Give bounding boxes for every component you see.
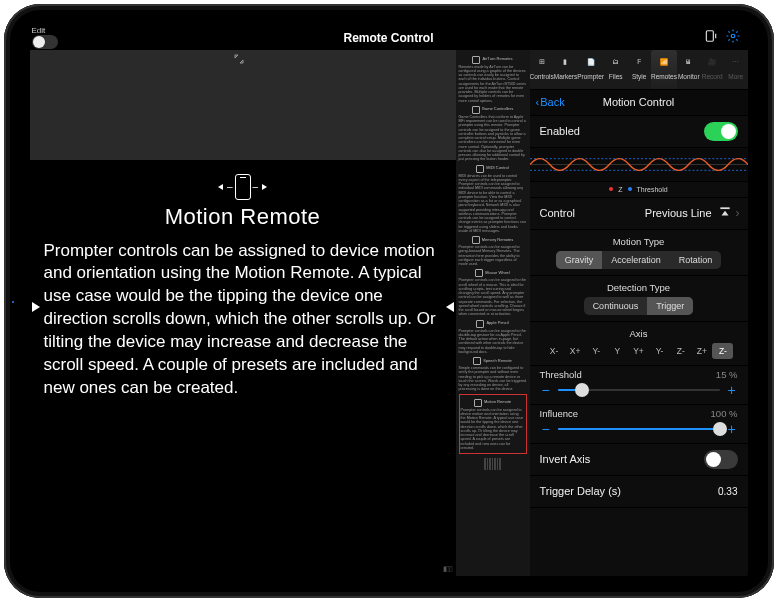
- resize-icon[interactable]: [234, 54, 244, 66]
- prompter-body[interactable]: – – Motion Remote Prompter controls can …: [30, 160, 456, 576]
- segment-trigger[interactable]: Trigger: [647, 297, 693, 315]
- trigger-delay-label: Trigger Delay (s): [540, 485, 622, 497]
- tab-label: Record: [702, 73, 723, 80]
- axis-zminus[interactable]: Z-: [712, 343, 733, 359]
- influence-minus-button[interactable]: −: [540, 421, 552, 437]
- ipad-device: Edit Remote Control: [4, 4, 774, 598]
- topbar-left: Edit: [32, 26, 58, 49]
- axis-yplus[interactable]: Y+: [628, 343, 649, 359]
- minimap-section-text: Prompter controls can be assigned to dev…: [461, 408, 525, 451]
- legend-threshold-label: Threshold: [637, 186, 668, 193]
- record-icon: 🎥: [708, 58, 716, 72]
- minimap-section-text: MIDI devices can be used to control ever…: [459, 174, 527, 234]
- back-button[interactable]: ‹ Back: [536, 96, 565, 108]
- threshold-minus-button[interactable]: −: [540, 382, 552, 398]
- phone-icon: [235, 174, 251, 200]
- control-row[interactable]: Control Previous Line ›: [530, 198, 748, 230]
- edit-toggle[interactable]: [32, 35, 58, 49]
- minimap-section[interactable]: Speech RemoteSimple commands can be conf…: [459, 357, 527, 392]
- invert-axis-toggle[interactable]: [704, 450, 738, 469]
- app-topbar: Edit Remote Control: [30, 26, 748, 50]
- invert-axis-label: Invert Axis: [540, 453, 591, 465]
- segment-continuous[interactable]: Continuous: [584, 297, 648, 315]
- minimap-section-title: Apple Pencil: [459, 320, 527, 328]
- enabled-toggle[interactable]: [704, 122, 738, 141]
- control-label: Control: [540, 207, 575, 219]
- threshold-plus-button[interactable]: +: [726, 382, 738, 398]
- tab-label: Controls: [530, 73, 554, 80]
- tab-prompter[interactable]: 📄Prompter: [577, 50, 604, 89]
- influence-plus-button[interactable]: +: [726, 421, 738, 437]
- influence-slider-row: Influence 100 % − +: [530, 405, 748, 444]
- minimap-section[interactable]: MIDI ControlMIDI devices can be used to …: [459, 165, 527, 234]
- tab-label: Prompter: [577, 73, 604, 80]
- tab-controls[interactable]: ⊞Controls: [530, 50, 554, 89]
- axis-xplus[interactable]: X+: [565, 343, 586, 359]
- minimap-section-text: Simple commands can be configured to ver…: [459, 366, 527, 392]
- legend-dot-threshold: [628, 187, 632, 191]
- arrow-right-icon: [262, 184, 267, 190]
- segment-rotation[interactable]: Rotation: [670, 251, 722, 269]
- minimap-section[interactable]: AirTurn RemotesRemotes made by AirTurn c…: [459, 56, 527, 103]
- minimap-section[interactable]: Mouse WheelPrompter controls can be assi…: [459, 269, 527, 316]
- trigger-delay-row[interactable]: Trigger Delay (s) 0.33: [530, 476, 748, 508]
- axis-zminus[interactable]: Z-: [670, 343, 691, 359]
- content: – – Motion Remote Prompter controls can …: [30, 50, 748, 576]
- axis-y[interactable]: Y: [607, 343, 628, 359]
- legend-dot-z: [609, 187, 613, 191]
- tab-label: Style: [632, 73, 646, 80]
- axis-xminus[interactable]: X-: [544, 343, 565, 359]
- motion-type-section: Motion Type GravityAccelerationRotation: [530, 230, 748, 276]
- segment-acceleration[interactable]: Acceleration: [602, 251, 670, 269]
- enabled-row: Enabled: [530, 116, 748, 148]
- tab-style[interactable]: FStyle: [627, 50, 651, 89]
- tab-label: Markers: [554, 73, 577, 80]
- panel-title: Motion Control: [603, 96, 675, 108]
- invert-axis-row: Invert Axis: [530, 444, 748, 476]
- gear-icon[interactable]: [726, 29, 740, 46]
- style-icon: F: [637, 58, 641, 72]
- controls-icon: ⊞: [539, 58, 545, 72]
- edit-label: Edit: [32, 26, 46, 35]
- tab-label: Remotes: [651, 73, 677, 80]
- prompter-pane: – – Motion Remote Prompter controls can …: [30, 50, 456, 576]
- prompter-body-text: Prompter controls can be assigned to dev…: [44, 240, 442, 401]
- tab-label: Files: [609, 73, 623, 80]
- motion-waveform: [530, 148, 748, 182]
- cast-icon[interactable]: [704, 29, 718, 46]
- axis-yminus[interactable]: Y-: [649, 343, 670, 359]
- markers-icon: ▮: [563, 58, 567, 72]
- axis-zplus[interactable]: Z+: [691, 343, 712, 359]
- tab-more[interactable]: ⋯More: [724, 50, 748, 89]
- remotes-icon: 📶: [660, 58, 668, 72]
- prompter-header-spacer: [30, 50, 456, 160]
- script-minimap[interactable]: AirTurn RemotesRemotes made by AirTurn c…: [456, 50, 530, 576]
- threshold-slider[interactable]: [558, 389, 720, 391]
- tab-record[interactable]: 🎥Record: [700, 50, 724, 89]
- minimap-section[interactable]: Apple PencilPrompter controls can be ass…: [459, 320, 527, 355]
- waveform-legend: Z Threshold: [530, 182, 748, 198]
- settings-panel: ⊞Controls▮Markers📄Prompter🗂FilesFStyle📶R…: [530, 50, 748, 576]
- axis-yminus[interactable]: Y-: [586, 343, 607, 359]
- tab-label: Monitor: [678, 73, 700, 80]
- tab-remotes[interactable]: 📶Remotes: [651, 50, 677, 89]
- enabled-label: Enabled: [540, 125, 580, 137]
- minimap-section[interactable]: Game ControllersGame Controllers that co…: [459, 106, 527, 162]
- minimap-section[interactable]: Memory RemotesPrompter controls can be a…: [459, 236, 527, 266]
- minimap-section[interactable]: Motion RemotePrompter controls can be as…: [459, 394, 527, 455]
- tab-files[interactable]: 🗂Files: [604, 50, 628, 89]
- page-indicator: ▮▯▯: [443, 565, 452, 573]
- minimap-section-title: Mouse Wheel: [459, 269, 527, 277]
- influence-slider[interactable]: [558, 428, 720, 430]
- minimap-section-text: Remotes made by AirTurn can be configure…: [459, 65, 527, 103]
- minimap-section-text: Game Controllers that conform to Apple M…: [459, 115, 527, 162]
- trigger-delay-value: 0.33: [718, 486, 737, 497]
- segment-gravity[interactable]: Gravity: [556, 251, 603, 269]
- tab-monitor[interactable]: 🖥Monitor: [677, 50, 701, 89]
- svg-point-2: [731, 34, 735, 38]
- influence-label: Influence: [540, 408, 579, 419]
- svg-rect-0: [706, 31, 713, 42]
- tab-markers[interactable]: ▮Markers: [554, 50, 578, 89]
- back-label: Back: [540, 96, 564, 108]
- minimap-section-text: Prompter controls can be assigned to goi…: [459, 245, 527, 266]
